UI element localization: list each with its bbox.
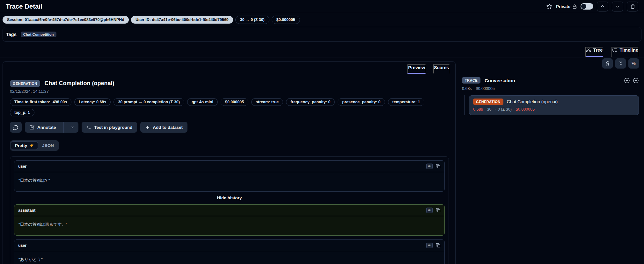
comment-icon xyxy=(13,125,18,130)
top-bar-actions: Private xyxy=(546,2,638,11)
message-tools: M↓ xyxy=(426,208,441,213)
chevron-down-icon xyxy=(70,125,75,129)
comment-button[interactable] xyxy=(10,122,22,133)
tab-timeline[interactable]: Timeline xyxy=(611,47,639,57)
privacy-control: Private xyxy=(556,4,577,9)
trace-expand-controls xyxy=(624,77,639,84)
observation-header: GENERATION Chat Completion (openai) xyxy=(10,80,448,87)
message-role: user xyxy=(18,164,26,169)
page-title: Trace Detail xyxy=(6,3,42,10)
chip-top-p: top_p: 1 xyxy=(10,109,34,116)
tab-scores[interactable]: Scores xyxy=(433,64,450,74)
node-cost: $0.000005 xyxy=(516,107,535,112)
tag-chip: Chat Competition xyxy=(21,32,56,37)
trace-meta-badges: Session: 01aaacf6-e0fe-457d-a7de-7c1ee08… xyxy=(3,16,641,24)
chip-token-usage: 30 prompt → 0 completion (Σ 30) xyxy=(113,98,184,106)
annotate-label: Annotate xyxy=(37,125,56,130)
star-icon[interactable] xyxy=(546,3,553,10)
markdown-toggle-icon[interactable]: M↓ xyxy=(426,208,433,213)
toggle-knob xyxy=(581,4,586,9)
copy-icon[interactable] xyxy=(436,208,441,213)
spacer xyxy=(14,236,445,239)
chip-frequency-penalty: frequency_penalty: 0 xyxy=(286,98,335,106)
message-assistant: assistant M↓ "日本の首都は東京です。" xyxy=(14,204,445,236)
trace-badge: TRACE xyxy=(462,77,480,84)
test-in-playground-button[interactable]: Test in playground xyxy=(82,122,137,133)
message-content: "ありがとう" xyxy=(14,251,444,264)
lock-icon xyxy=(572,4,577,9)
chip-presence-penalty: presence_penalty: 0 xyxy=(338,98,385,106)
chip-stream: stream: true xyxy=(251,98,283,106)
collapse-all-button[interactable] xyxy=(615,58,626,69)
tags-label: Tags xyxy=(6,32,17,37)
trace-cost: $0.000005 xyxy=(476,86,495,91)
node-metrics: 0.68s 30 → 0 (Σ 30) $0.000005 xyxy=(473,107,635,112)
scores-award-button[interactable] xyxy=(602,58,613,69)
chip-latency: Latency: 0.68s xyxy=(74,98,111,106)
chevrons-collapse-icon xyxy=(618,61,623,66)
observation-actions: Annotate Test in playground Add to datas… xyxy=(10,122,448,133)
chip-model: gpt-4o-mini xyxy=(187,98,218,106)
chevron-up-icon xyxy=(600,4,605,9)
markdown-toggle-icon[interactable]: M↓ xyxy=(426,243,433,248)
copy-icon[interactable] xyxy=(436,164,441,169)
chip-time-to-first-token: Time to first token: -498.00s xyxy=(10,98,71,106)
split-divider xyxy=(63,122,64,133)
format-toggle: Pretty JSON xyxy=(10,140,59,151)
pretty-label: Pretty xyxy=(15,143,27,148)
plus-icon xyxy=(145,125,150,130)
generation-node-selected[interactable]: GENERATION Chat Completion (openai) 0.68… xyxy=(469,95,639,115)
tags-section: Tags Chat Competition xyxy=(3,27,641,42)
sparkles-icon xyxy=(29,143,34,148)
observation-type-badge: GENERATION xyxy=(10,80,40,87)
view-tabs: Tree Timeline xyxy=(0,42,644,57)
chevron-down-icon xyxy=(615,4,620,9)
previous-trace-button[interactable] xyxy=(597,2,608,11)
user-id-badge[interactable]: User ID: dc47a41e-06bc-400d-bde1-f0e440d… xyxy=(131,16,233,24)
message-header: user M↓ xyxy=(14,240,444,251)
toggle-metrics-button[interactable]: % xyxy=(628,58,639,69)
trace-metrics: 0.68s $0.000005 xyxy=(462,86,639,91)
generation-badge: GENERATION xyxy=(473,99,503,105)
trash-icon xyxy=(630,4,635,9)
observation-timestamp: 02/12/2024, 14:11:37 xyxy=(10,89,448,94)
top-bar: Trace Detail Private xyxy=(0,0,644,13)
annotate-split-button: Annotate xyxy=(25,122,78,133)
annotate-dropdown-button[interactable] xyxy=(67,122,78,133)
collapse-all-icon[interactable] xyxy=(633,77,639,84)
tab-tree[interactable]: Tree xyxy=(585,47,604,57)
edit-icon xyxy=(29,125,34,130)
delete-trace-button[interactable] xyxy=(627,2,638,11)
message-content: "日本の首都は東京です。" xyxy=(14,216,444,235)
tree-branch-line xyxy=(464,95,469,115)
observation-details: GENERATION Chat Completion (openai) 02/1… xyxy=(3,74,455,264)
tree-icon xyxy=(586,48,591,53)
session-badge[interactable]: Session: 01aaacf6-e0fe-457d-a7de-7c1ee08… xyxy=(3,16,129,24)
tree-panel-actions: % xyxy=(462,58,639,69)
message-content: "日本の首都は? " xyxy=(14,172,444,191)
tab-timeline-label: Timeline xyxy=(619,48,638,53)
privacy-toggle[interactable] xyxy=(581,3,593,10)
next-trace-button[interactable] xyxy=(612,2,623,11)
terminal-icon xyxy=(86,125,91,130)
format-json-button[interactable]: JSON xyxy=(38,141,58,150)
add-to-dataset-label: Add to dataset xyxy=(153,125,183,130)
expand-all-icon[interactable] xyxy=(624,77,630,84)
tab-preview[interactable]: Preview xyxy=(407,64,426,74)
node-latency: 0.68s xyxy=(473,107,483,112)
node-title: Chat Completion (openai) xyxy=(507,99,558,104)
tab-tree-label: Tree xyxy=(593,48,603,53)
markdown-toggle-icon[interactable]: M↓ xyxy=(426,164,433,169)
observation-title: Chat Completion (openai) xyxy=(45,80,114,87)
message-role: user xyxy=(18,243,26,248)
message-tools: M↓ xyxy=(426,243,441,248)
percent-icon: % xyxy=(632,61,635,66)
trace-root-row[interactable]: TRACE Conversation xyxy=(462,77,639,84)
hide-history-toggle[interactable]: Hide history xyxy=(14,192,445,204)
annotate-button[interactable]: Annotate xyxy=(25,122,61,133)
add-to-dataset-button[interactable]: Add to dataset xyxy=(140,122,187,133)
observation-metrics-chips: Time to first token: -498.00s Latency: 0… xyxy=(10,98,434,116)
copy-icon[interactable] xyxy=(436,243,441,248)
node-tokens: 30 → 0 (Σ 30) xyxy=(487,107,512,112)
format-pretty-button[interactable]: Pretty xyxy=(11,141,38,150)
